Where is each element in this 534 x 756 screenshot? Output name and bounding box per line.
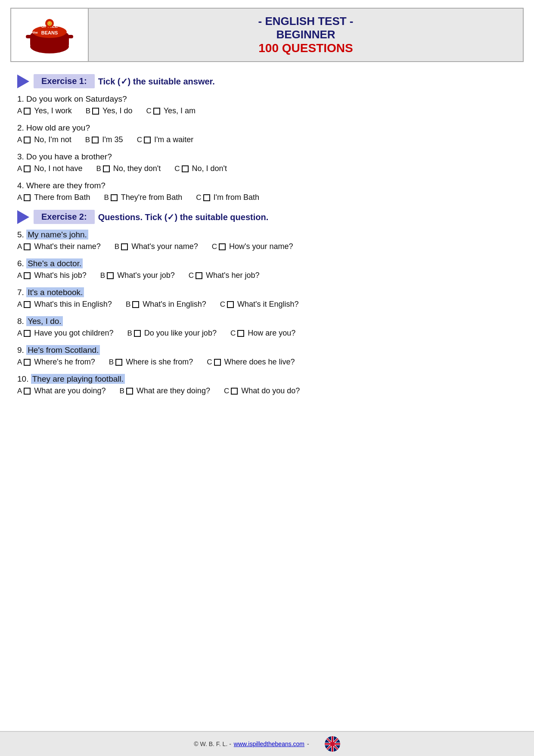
svg-text:BEANS: BEANS bbox=[41, 30, 58, 35]
option-letter: B bbox=[104, 193, 109, 202]
answer-text: How's your name? bbox=[229, 242, 293, 251]
answer-checkbox[interactable] bbox=[24, 243, 31, 250]
exercise2-questions: 5. My name's john.AWhat's their name?BWh… bbox=[17, 230, 517, 395]
answer-checkbox[interactable] bbox=[92, 137, 99, 143]
option-letter: C bbox=[230, 329, 236, 338]
answer-checkbox[interactable] bbox=[231, 388, 238, 395]
answer-checkbox[interactable] bbox=[24, 330, 31, 337]
statement-line: 10. They are playing football. bbox=[17, 374, 517, 384]
option-letter: A bbox=[17, 271, 22, 280]
answer-checkbox[interactable] bbox=[24, 137, 31, 143]
exercise2-label-box: Exercise 2: bbox=[34, 210, 95, 224]
option-letter: B bbox=[86, 107, 90, 115]
question-number: 10. bbox=[17, 374, 31, 383]
answer-checkbox[interactable] bbox=[24, 165, 31, 172]
answer-checkbox[interactable] bbox=[214, 359, 221, 366]
answer-checkbox[interactable] bbox=[24, 108, 31, 115]
answers-row: AWhat's their name?BWhat's your name?CHo… bbox=[17, 242, 517, 251]
answer-text: Do you like your job? bbox=[144, 329, 217, 338]
answer-checkbox[interactable] bbox=[153, 108, 160, 115]
exercise2-label: Exercise 2: bbox=[41, 212, 87, 221]
answer-text: What are they doing? bbox=[137, 386, 210, 395]
answer-option: CI'm a waiter bbox=[137, 135, 194, 144]
answers-row: AWhat's his job?BWhat's your job?CWhat's… bbox=[17, 271, 517, 280]
option-letter: A bbox=[17, 329, 22, 338]
question-number: 7. bbox=[17, 288, 26, 297]
question-number: 5. bbox=[17, 230, 26, 239]
answer-checkbox[interactable] bbox=[134, 330, 141, 337]
answer-checkbox[interactable] bbox=[24, 359, 31, 366]
answer-checkbox[interactable] bbox=[203, 194, 210, 201]
answer-checkbox[interactable] bbox=[115, 359, 122, 366]
answer-option: CI'm from Bath bbox=[196, 193, 259, 202]
highlighted-statement: It's a notebook. bbox=[26, 287, 84, 297]
option-letter: A bbox=[17, 387, 22, 395]
answer-option: BNo, they don't bbox=[96, 164, 161, 173]
answer-text: What's your job? bbox=[117, 271, 175, 280]
answer-text: What's their name? bbox=[34, 242, 101, 251]
footer-link[interactable]: www.ispilledthebeans.com bbox=[234, 740, 304, 747]
answer-text: Where is she from? bbox=[126, 358, 193, 367]
exercise1-header: Exercise 1: Tick (✓) the suitable answer… bbox=[17, 74, 517, 88]
answer-checkbox[interactable] bbox=[237, 330, 244, 337]
exercise1-questions: 1. Do you work on Saturdays?AYes, I work… bbox=[17, 94, 517, 202]
answer-checkbox[interactable] bbox=[24, 194, 31, 201]
answer-checkbox[interactable] bbox=[126, 388, 133, 395]
option-letter: C bbox=[220, 300, 225, 309]
answer-checkbox[interactable] bbox=[196, 272, 202, 279]
answer-text: What's this in English? bbox=[34, 300, 112, 309]
answer-checkbox[interactable] bbox=[227, 301, 234, 308]
answer-checkbox[interactable] bbox=[121, 243, 128, 250]
logo-area: SPILLE the BEANS 😊 bbox=[11, 9, 89, 61]
option-letter: A bbox=[17, 243, 22, 251]
answer-option: CHow's your name? bbox=[212, 242, 293, 251]
option-letter: B bbox=[119, 387, 124, 395]
title-area: - ENGLISH TEST - BEGINNER 100 QUESTIONS bbox=[89, 9, 523, 61]
answer-text: No, they don't bbox=[113, 164, 161, 173]
question-block: 3. Do you have a brother?ANo, I not have… bbox=[17, 152, 517, 173]
answer-option: CYes, I am bbox=[146, 106, 196, 115]
triangle-icon bbox=[17, 75, 29, 88]
highlighted-statement: He's from Scotland. bbox=[26, 345, 100, 355]
answer-checkbox[interactable] bbox=[92, 108, 99, 115]
exercise1-label: Exercise 1: bbox=[41, 76, 87, 86]
answer-checkbox[interactable] bbox=[103, 165, 110, 172]
answer-checkbox[interactable] bbox=[24, 388, 31, 395]
answer-checkbox[interactable] bbox=[144, 137, 151, 143]
answer-text: I'm a waiter bbox=[154, 135, 193, 144]
main-content: Exercise 1: Tick (✓) the suitable answer… bbox=[0, 62, 534, 731]
option-letter: C bbox=[146, 107, 151, 115]
answer-checkbox[interactable] bbox=[132, 301, 139, 308]
option-letter: A bbox=[17, 107, 22, 115]
question-block: 8. Yes, I do.AHave you got children?BDo … bbox=[17, 317, 517, 338]
answers-row: AWhat are you doing?BWhat are they doing… bbox=[17, 386, 517, 395]
answer-checkbox[interactable] bbox=[24, 272, 31, 279]
answer-option: BWhat's your name? bbox=[115, 242, 198, 251]
option-letter: A bbox=[17, 358, 22, 367]
answer-option: AYes, I work bbox=[17, 106, 72, 115]
exercise1-label-box: Exercise 1: bbox=[34, 74, 95, 88]
svg-rect-3 bbox=[67, 35, 73, 38]
answers-row: AHave you got children?BDo you like your… bbox=[17, 329, 517, 338]
option-letter: C bbox=[137, 136, 142, 144]
answer-checkbox[interactable] bbox=[111, 194, 118, 201]
answer-checkbox[interactable] bbox=[219, 243, 226, 250]
answer-option: AWhat's this in English? bbox=[17, 300, 112, 309]
exercise2-header: Exercise 2: Questions. Tick (✓) the suit… bbox=[17, 210, 517, 224]
answer-text: What are you doing? bbox=[34, 386, 106, 395]
answer-option: AThere from Bath bbox=[17, 193, 90, 202]
answer-checkbox[interactable] bbox=[24, 301, 31, 308]
answer-checkbox[interactable] bbox=[107, 272, 114, 279]
answer-option: BWhere is she from? bbox=[109, 358, 193, 367]
answer-option: CHow are you? bbox=[230, 329, 295, 338]
svg-text:the: the bbox=[33, 31, 38, 34]
statement-line: 7. It's a notebook. bbox=[17, 288, 517, 297]
uk-flag-icon bbox=[325, 736, 340, 752]
answer-checkbox[interactable] bbox=[182, 165, 189, 172]
title-line1: - ENGLISH TEST - bbox=[258, 15, 354, 28]
answer-text: Yes, I work bbox=[34, 106, 71, 115]
answer-option: CWhat do you do? bbox=[224, 386, 300, 395]
question-block: 6. She's a doctor.AWhat's his job?BWhat'… bbox=[17, 259, 517, 280]
answer-option: AWhat are you doing? bbox=[17, 386, 106, 395]
option-letter: A bbox=[17, 165, 22, 173]
